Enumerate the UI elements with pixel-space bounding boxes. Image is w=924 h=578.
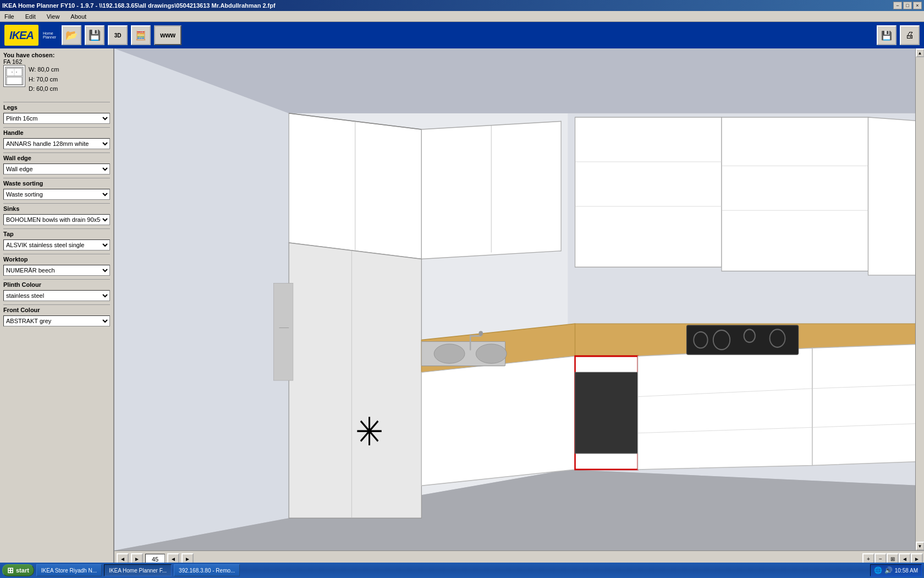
calc-button[interactable]: 🧮	[131, 25, 151, 45]
title-bar: IKEA Home Planner FY10 - 1.9.7 - \\192.1…	[0, 0, 924, 11]
svg-point-44	[476, 344, 507, 363]
open-button[interactable]: 📂	[62, 25, 81, 45]
toolbar: IKEA HomePlanner 📂 💾 3D 🧮 www 💾 🖨	[0, 22, 924, 48]
start-label: start	[16, 567, 29, 574]
kitchen-scene-svg: ✳	[114, 48, 924, 550]
waste-sorting-select[interactable]: Waste sorting	[3, 189, 110, 200]
scroll-down-button[interactable]: ▼	[916, 542, 925, 550]
svg-marker-31	[638, 348, 812, 470]
front-colour-select[interactable]: ABSTRAKT grey	[3, 315, 110, 326]
menu-view[interactable]: View	[45, 13, 62, 20]
cabinet-dimensions: W: 80,0 cm H: 70,0 cm D: 60,0 cm	[29, 65, 59, 94]
network-icon: 🌐	[874, 566, 882, 574]
menu-bar: File Edit View About	[0, 11, 924, 22]
svg-marker-24	[289, 243, 421, 518]
menu-file[interactable]: File	[2, 13, 16, 20]
taskbar-item-ikea-store[interactable]: IKEA Store Riyadh N...	[36, 564, 102, 576]
legs-select[interactable]: Plinth 16cm	[3, 113, 110, 124]
width-dim: W: 80,0 cm	[29, 65, 59, 75]
info-section: You have chosen: FA 162 W: 80,0 cm H: 70	[3, 52, 110, 96]
worktop-select[interactable]: NUMERÄR beech	[3, 265, 110, 276]
svg-marker-18	[722, 117, 868, 271]
home-planner-label: HomePlanner	[41, 30, 58, 40]
wall-edge-label: Wall edge	[3, 152, 110, 161]
tap-select[interactable]: ALSVIK stainless steel single	[3, 239, 110, 250]
main-layout: You have chosen: FA 162 W: 80,0 cm H: 70	[0, 48, 924, 567]
svg-point-43	[434, 344, 465, 363]
svg-marker-30	[575, 372, 638, 453]
legs-label: Legs	[3, 102, 110, 111]
front-colour-label: Front Colour	[3, 304, 110, 313]
svg-marker-28	[421, 356, 575, 486]
tap-label: Tap	[3, 228, 110, 237]
svg-marker-7	[114, 48, 289, 550]
taskbar-item-remote[interactable]: 392.168.3.80 - Remo...	[174, 564, 240, 576]
speaker-icon: 🔊	[884, 566, 893, 574]
handle-label: Handle	[3, 127, 110, 136]
save-button[interactable]: 💾	[85, 25, 105, 45]
wall-edge-select[interactable]: Wall edge	[3, 163, 110, 175]
taskbar-item-home-planner[interactable]: IKEA Home Planner F...	[104, 564, 172, 576]
plinth-colour-label: Plinth Colour	[3, 279, 110, 288]
taskbar-tray: 🌐 🔊 10:58 AM	[870, 564, 922, 576]
start-button[interactable]: ⊞ start	[2, 564, 34, 576]
maximize-button[interactable]: □	[903, 2, 912, 9]
menu-about[interactable]: About	[68, 13, 89, 20]
windows-logo-icon: ⊞	[7, 566, 14, 575]
taskbar-item-label-0: IKEA Store Riyadh N...	[41, 568, 97, 574]
menu-edit[interactable]: Edit	[23, 13, 38, 20]
www-button[interactable]: www	[154, 25, 182, 45]
3d-button[interactable]: 3D	[108, 25, 128, 45]
logo-wrapper: IKEA HomePlanner	[4, 25, 58, 46]
sinks-label: Sinks	[3, 203, 110, 212]
title-bar-text: IKEA Home Planner FY10 - 1.9.7 - \\192.1…	[2, 2, 276, 9]
save-right-button[interactable]: 💾	[877, 25, 897, 45]
close-button[interactable]: ×	[913, 2, 922, 9]
view-scrollbar: ▲ ▼	[915, 48, 924, 550]
kitchen-3d-canvas[interactable]: ✳	[114, 48, 924, 550]
svg-marker-17	[575, 117, 722, 267]
taskbar-item-label-2: 392.168.3.80 - Remo...	[179, 568, 235, 574]
svg-marker-32	[812, 344, 924, 466]
left-panel: You have chosen: FA 162 W: 80,0 cm H: 70	[0, 48, 114, 567]
ikea-logo: IKEA	[4, 25, 38, 46]
handle-select[interactable]: ANNARS handle 128mm white	[3, 138, 110, 149]
svg-point-5	[16, 72, 17, 73]
cabinet-preview	[3, 65, 25, 87]
svg-point-4	[12, 72, 13, 73]
item-code: FA 162	[3, 58, 110, 65]
depth-dim: D: 60,0 cm	[29, 84, 59, 94]
cursor-snowflake: ✳	[355, 411, 383, 454]
svg-point-45	[479, 331, 483, 336]
title-bar-buttons: − □ ×	[893, 2, 922, 9]
print-right-button[interactable]: 🖨	[900, 25, 920, 45]
taskbar: ⊞ start IKEA Store Riyadh N... IKEA Home…	[0, 563, 924, 578]
minimize-button[interactable]: −	[893, 2, 902, 9]
you-have-chosen-label: You have chosen:	[3, 52, 110, 58]
scroll-up-button[interactable]: ▲	[916, 48, 925, 57]
svg-rect-37	[687, 325, 799, 355]
taskbar-item-label-1: IKEA Home Planner F...	[109, 568, 167, 574]
cabinet-row: W: 80,0 cm H: 70,0 cm D: 60,0 cm	[3, 65, 110, 94]
toolbar-right: 💾 🖨	[877, 25, 920, 45]
plinth-colour-select[interactable]: stainless steel	[3, 290, 110, 301]
svg-rect-2	[7, 77, 22, 85]
height-dim: H: 70,0 cm	[29, 75, 59, 85]
waste-sorting-label: Waste sorting	[3, 178, 110, 187]
taskbar-time: 10:58 AM	[895, 568, 918, 574]
worktop-label: Worktop	[3, 254, 110, 263]
cabinet-icon	[4, 66, 24, 86]
3d-view-area[interactable]: ✳ ▲ ▼ ◄ ► 45 ◄ ► + − ⊞ ◄ ►	[114, 48, 924, 567]
sinks-select[interactable]: BOHOLMEN bowls with drain 90x50	[3, 214, 110, 225]
svg-rect-46	[273, 283, 293, 381]
